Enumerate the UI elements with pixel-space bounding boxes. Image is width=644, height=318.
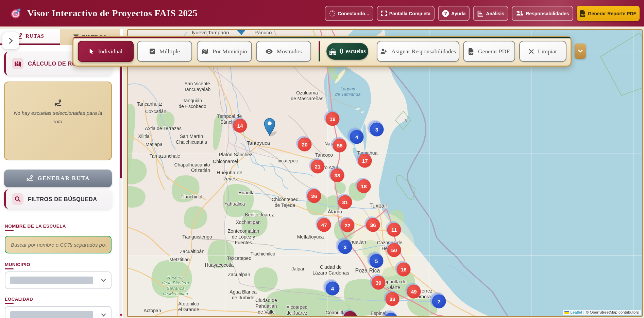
map-place-label: Zacualtipán bbox=[180, 249, 204, 254]
map-shape: Actopan bbox=[143, 308, 161, 313]
map-shape: San Vicente bbox=[184, 81, 210, 86]
generate-report-pdf-button[interactable]: PDF Generar Reporte PDF bbox=[577, 6, 640, 21]
ukraine-flag-icon bbox=[564, 311, 569, 314]
map-shape: Chicontepec bbox=[272, 197, 298, 202]
map-shape: Pánuco bbox=[255, 30, 272, 35]
label: Generar PDF bbox=[478, 48, 510, 55]
map-shape: Reyes bbox=[222, 176, 237, 181]
map-shape: Zontecomatlán bbox=[228, 228, 259, 234]
map-shape: 18 bbox=[361, 183, 367, 189]
generate-route-button[interactable]: GENERAR RUTA bbox=[4, 170, 112, 187]
close-icon bbox=[529, 49, 534, 54]
map-shape: 33 bbox=[334, 173, 340, 178]
map-place-label: Tuxpan bbox=[370, 203, 388, 209]
responsibilities-button[interactable]: Responsabilidades bbox=[512, 6, 573, 21]
map-shape: de Iturbide bbox=[232, 295, 254, 300]
help-button[interactable]: ? Ayuda bbox=[438, 6, 470, 21]
map-shape: 17 bbox=[362, 158, 368, 164]
map-shape: Barranca bbox=[167, 286, 185, 291]
map-shape bbox=[268, 121, 272, 125]
map-attribution: Leaflet | © OpenStreetMap contributors bbox=[563, 310, 641, 315]
map-shape: Zacualpan bbox=[228, 272, 250, 277]
loading-placeholder bbox=[10, 311, 93, 318]
map-place-label: Tantoyuca bbox=[247, 140, 270, 146]
map-place-label: Xilitla bbox=[138, 134, 150, 139]
toolbar-divider bbox=[319, 41, 320, 61]
mode-shown-button[interactable]: Mostrados bbox=[256, 41, 311, 62]
locality-label: LOCALIDAD bbox=[5, 297, 33, 302]
loading-placeholder bbox=[10, 277, 93, 284]
mode-individual-button[interactable]: Individual bbox=[78, 41, 134, 62]
label: Análisis bbox=[486, 11, 504, 16]
map-shape: Ciudad de bbox=[255, 298, 277, 303]
map-shape: Chalchicuautla bbox=[176, 139, 207, 145]
map-place-label: Benito Juárez bbox=[245, 212, 274, 217]
map-shape: Laguna bbox=[340, 86, 355, 91]
map-place-label: Ciudad dePahuatlánde Valle bbox=[255, 298, 277, 315]
svg-text:?: ? bbox=[444, 11, 447, 16]
chart-icon bbox=[477, 10, 484, 17]
map-place-label: Tlachichilco bbox=[250, 251, 275, 257]
svg-text:PDF: PDF bbox=[470, 52, 473, 54]
map-container[interactable]: Nuevo TampaónPánucoSan VicenteTancuayala… bbox=[127, 29, 643, 317]
map-place-label: Axtla de Terrazas bbox=[145, 126, 182, 131]
school-name-label: NOMBRE DE LA ESCUELA bbox=[5, 224, 66, 229]
sidebar-collapse-button[interactable] bbox=[2, 32, 19, 49]
map-shape: 16 bbox=[401, 267, 407, 272]
map-shape: de Escobedo bbox=[179, 104, 206, 109]
map-shape: 3 bbox=[375, 127, 378, 132]
chevron-down-icon bbox=[578, 49, 583, 53]
generate-pdf-button[interactable]: PDF Generar PDF bbox=[463, 41, 515, 62]
map-shape: 47 bbox=[321, 222, 327, 228]
pdf-file-icon: PDF bbox=[469, 48, 474, 55]
analysis-button[interactable]: Análisis bbox=[473, 6, 508, 21]
mode-by-municipality-button[interactable]: Por Municipio bbox=[197, 41, 252, 62]
map-shape: Metlaltoyuca bbox=[297, 234, 324, 240]
map-shape: Ixcatepec bbox=[277, 158, 298, 163]
map-shape: 4 bbox=[331, 286, 334, 292]
map-shape: Xilitla bbox=[138, 134, 150, 139]
osm-attribution: © OpenStreetMap contributors bbox=[586, 310, 639, 314]
map-shape bbox=[254, 267, 278, 292]
search-icon bbox=[12, 193, 23, 205]
map-place-label: San VicenteTancuayalab bbox=[184, 81, 211, 92]
users-icon bbox=[516, 10, 524, 17]
label: Conectando... bbox=[338, 11, 369, 16]
map-shape: Huejutla de bbox=[217, 170, 242, 175]
assign-responsibilities-button[interactable]: Asignar Responsabilidades bbox=[377, 41, 459, 62]
map-place-label: Chapulhuacanito bbox=[174, 162, 210, 167]
map-place-label: Matlapa bbox=[146, 142, 163, 147]
map-shape: Metztitlán bbox=[169, 257, 190, 262]
map-shape: Jalpan bbox=[291, 266, 305, 271]
sidebar-scrollbar[interactable] bbox=[119, 46, 122, 318]
leaflet-link[interactable]: Leaflet bbox=[570, 310, 582, 314]
municipality-select[interactable] bbox=[5, 271, 112, 289]
label: | bbox=[583, 310, 584, 314]
svg-text:PDF: PDF bbox=[581, 14, 585, 16]
mode-multiple-button[interactable]: Múltiple bbox=[137, 41, 192, 62]
fullscreen-button[interactable]: Pantalla Completa bbox=[377, 6, 435, 21]
map-shape: Tamazunchale bbox=[150, 153, 180, 159]
toolbar-collapse-button[interactable] bbox=[575, 43, 586, 59]
clear-selection-button[interactable]: Limpiar bbox=[519, 41, 566, 62]
scrollbar-thumb[interactable] bbox=[120, 62, 122, 178]
map-shape: Lázaro Cárdenas bbox=[312, 270, 349, 276]
map-shape: el Grande bbox=[178, 307, 199, 312]
connecting-button[interactable]: Conectando... bbox=[325, 6, 373, 21]
scroll-down-arrow[interactable] bbox=[120, 314, 122, 317]
map-shape: Ozuluama bbox=[296, 90, 318, 95]
search-filters-title: FILTROS DE BÚSQUEDA bbox=[28, 196, 97, 202]
map-shape: 33 bbox=[389, 296, 395, 302]
map-place-label: Yahualica bbox=[224, 201, 245, 207]
schools-counter-badge: 0 escuelas bbox=[326, 43, 368, 60]
map-place-label: Nuevo Tampaón bbox=[192, 30, 229, 35]
map-shape: Atotonilco bbox=[178, 301, 199, 306]
map-shape: Platón Sánchez bbox=[219, 152, 252, 157]
locality-select[interactable] bbox=[5, 306, 112, 318]
map-place-label: Agua Blancade Iturbide bbox=[230, 289, 257, 300]
map-place-label: Pánuco bbox=[255, 30, 272, 35]
school-search-input[interactable] bbox=[5, 236, 112, 253]
map-place-label: Xochiatipan bbox=[236, 219, 260, 225]
label: Asignar Responsabilidades bbox=[391, 48, 456, 55]
map-shape: Pahuatlán bbox=[255, 303, 277, 309]
